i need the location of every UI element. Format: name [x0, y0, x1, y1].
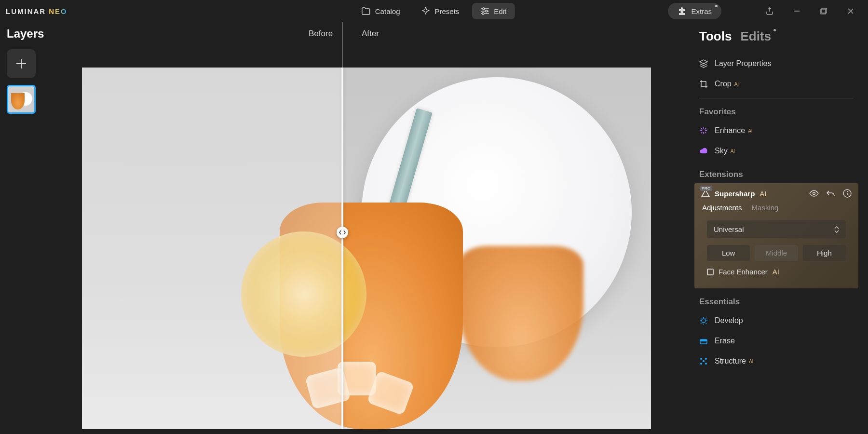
svg-line-28 — [706, 318, 707, 319]
nav-edit[interactable]: Edit — [472, 3, 515, 19]
plus-icon — [14, 57, 28, 70]
tool-supersharp-label: Supersharp — [715, 190, 755, 198]
window-close[interactable] — [839, 2, 862, 20]
svg-rect-31 — [700, 339, 707, 341]
svg-line-29 — [701, 323, 702, 324]
tool-erase-label: Erase — [715, 337, 735, 345]
svg-line-15 — [705, 128, 706, 130]
svg-point-4 — [485, 10, 487, 12]
window-minimize[interactable] — [785, 2, 808, 20]
layers-icon — [699, 59, 708, 68]
tool-sky-label: Sky — [715, 147, 728, 155]
ai-badge: AI — [749, 359, 753, 364]
tool-layer-properties-label: Layer Properties — [715, 59, 771, 68]
share-button[interactable] — [758, 2, 781, 20]
erase-icon — [699, 337, 708, 345]
subtab-masking[interactable]: Masking — [752, 203, 779, 212]
favorites-header: Favorites — [699, 107, 858, 117]
strength-low[interactable]: Low — [707, 245, 750, 261]
extras-label: Extras — [691, 7, 712, 15]
extras-button[interactable]: Extras — [668, 3, 721, 19]
pro-badge: PRO — [700, 186, 712, 191]
scene-glass — [280, 203, 463, 429]
strength-buttons: Low Middle High — [707, 245, 846, 261]
tool-erase[interactable]: Erase — [694, 331, 858, 351]
puzzle-icon — [678, 7, 686, 15]
edits-notification-dot-icon — [773, 29, 776, 31]
notification-dot-icon — [715, 5, 718, 7]
svg-point-35 — [705, 363, 707, 365]
tab-edits[interactable]: Edits — [740, 29, 771, 44]
compare-divider — [342, 68, 343, 429]
layer-thumbnail-1[interactable] — [7, 85, 36, 114]
ai-badge: AI — [734, 81, 739, 87]
tool-layer-properties[interactable]: Layer Properties — [694, 54, 858, 74]
svg-point-34 — [700, 363, 702, 365]
logo-text-c: EO — [55, 7, 68, 15]
checkbox-icon — [707, 269, 714, 275]
tab-tools[interactable]: Tools — [699, 29, 732, 44]
sliders-icon — [480, 7, 489, 15]
nav-edit-label: Edit — [494, 7, 506, 15]
face-enhancer-label: Face Enhancer — [719, 268, 768, 276]
tool-structure-label: Structure — [715, 357, 746, 366]
enhance-icon — [699, 126, 708, 135]
before-label: Before — [309, 29, 333, 39]
image-canvas[interactable] — [82, 68, 651, 429]
supersharp-mode-value: Universal — [714, 225, 744, 233]
tool-develop[interactable]: Develop — [694, 311, 858, 331]
tool-crop-label: Crop — [715, 80, 732, 88]
tool-enhance[interactable]: Enhance AI — [694, 121, 858, 141]
compare-slider-handle[interactable] — [337, 227, 348, 238]
info-icon[interactable] — [843, 189, 852, 198]
add-layer-button[interactable] — [7, 49, 36, 78]
nav-presets[interactable]: Presets — [412, 3, 468, 19]
divider-top — [342, 22, 343, 68]
face-enhancer-checkbox[interactable]: Face Enhancer AI — [707, 268, 846, 276]
tool-structure[interactable]: Structure AI — [694, 351, 858, 371]
svg-point-17 — [813, 192, 815, 195]
svg-line-13 — [701, 128, 703, 130]
tool-enhance-label: Enhance — [715, 126, 745, 135]
top-bar: LUMINAR NEO Catalog Presets Edit — [0, 0, 868, 22]
svg-line-27 — [706, 323, 707, 324]
structure-icon — [699, 357, 708, 366]
ai-badge: AI — [748, 128, 752, 134]
supersharp-panel: PRO Supersharp AI Adjustments Mas — [694, 183, 858, 288]
svg-point-21 — [702, 319, 705, 323]
divider — [699, 98, 854, 98]
supersharp-mode-select[interactable]: Universal — [707, 220, 846, 238]
svg-line-14 — [705, 132, 706, 134]
svg-point-19 — [847, 191, 848, 192]
logo-text-a: LUMINAR — [6, 7, 46, 15]
ai-badge: AI — [773, 268, 779, 276]
tool-crop[interactable]: Crop AI — [694, 74, 858, 94]
subtab-adjustments[interactable]: Adjustments — [702, 203, 742, 212]
strength-middle[interactable]: Middle — [755, 245, 798, 261]
arrows-horizontal-icon — [339, 230, 346, 235]
develop-icon — [699, 316, 708, 325]
svg-point-5 — [482, 13, 484, 14]
svg-line-16 — [701, 132, 703, 134]
tool-supersharp[interactable]: PRO Supersharp AI — [701, 190, 767, 198]
right-panel: Tools Edits Layer Properties Crop AI Fav… — [690, 24, 868, 434]
folder-icon — [362, 7, 370, 15]
svg-point-33 — [705, 358, 707, 360]
svg-line-26 — [701, 318, 702, 319]
chevron-updown-icon — [834, 226, 839, 233]
nav-presets-label: Presets — [434, 7, 459, 15]
scene-reflection — [458, 246, 583, 381]
after-label: After — [362, 29, 379, 39]
strength-high[interactable]: High — [803, 245, 846, 261]
tool-sky[interactable]: Sky AI — [694, 141, 858, 161]
window-maximize[interactable] — [812, 2, 835, 20]
nav-catalog[interactable]: Catalog — [353, 3, 409, 19]
app-logo: LUMINAR NEO — [6, 7, 68, 15]
undo-icon[interactable] — [827, 190, 835, 197]
panel-tabs: Tools Edits — [694, 29, 858, 44]
ai-badge: AI — [760, 190, 766, 198]
sparkle-icon — [421, 7, 430, 15]
ai-badge: AI — [731, 149, 735, 154]
triangle-icon: PRO — [701, 190, 710, 197]
eye-icon[interactable] — [809, 190, 819, 197]
